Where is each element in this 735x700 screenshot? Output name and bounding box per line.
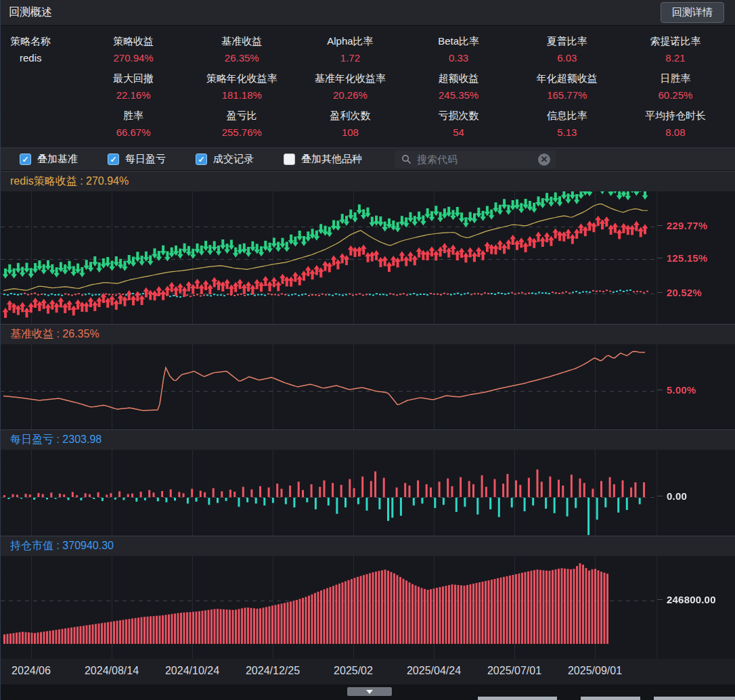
daily-pnl-section: 每日盈亏 : 2303.98 0.00: [1, 429, 735, 536]
x-axis: 2024/06 2024/08/14 2024/10/24 2024/12/25…: [1, 659, 735, 684]
stat-max-drawdown: 最大回撤 22.16%: [79, 72, 187, 110]
tick-mark: [657, 496, 663, 496]
benchmark-return-plot: 5.00%: [1, 344, 735, 429]
stat-spacer: [6, 72, 79, 110]
datazoom-bar: [1, 684, 735, 700]
stat-sortino-ratio: 索提诺比率 8.21: [621, 35, 730, 72]
stat-spacer: [6, 110, 79, 147]
x-axis-label: 2024/06: [12, 665, 51, 677]
y-axis-label: 0.00: [657, 490, 687, 502]
benchmark-return-chart-title: 基准收益 : 26.35%: [1, 324, 735, 344]
position-value-chart-title: 持仓市值 : 370940.30: [1, 536, 735, 556]
y-axis-label: 229.77%: [657, 220, 708, 231]
checkbox-icon[interactable]: [20, 154, 31, 165]
checkbox-icon[interactable]: [284, 154, 295, 165]
stats-panel: 策略名称 redis 策略收益 270.94% 基准收益 26.35% Alph…: [1, 26, 735, 147]
scrollbar-fragment[interactable]: [581, 697, 640, 700]
checkbox-icon[interactable]: [196, 154, 207, 165]
search-box[interactable]: ✕: [395, 151, 556, 168]
position-value-section: 持仓市值 : 370940.30 246800.00: [1, 536, 735, 659]
tick-mark: [657, 292, 663, 293]
stat-win-rate: 胜率 66.67%: [79, 110, 187, 147]
tick-mark: [657, 258, 663, 258]
window-header: 回测概述 回测详情: [1, 0, 735, 26]
checkbox-overlay-other-symbols[interactable]: 叠加其他品种: [284, 153, 362, 166]
checkbox-overlay-benchmark[interactable]: 叠加基准: [20, 153, 78, 166]
strategy-return-section: redis策略收益 : 270.94% 229.77% 125.15% 20.5…: [1, 171, 735, 324]
daily-pnl-chart-title: 每日盈亏 : 2303.98: [1, 429, 735, 450]
scrollbar-fragment[interactable]: [654, 697, 735, 700]
datazoom-collapse-handle[interactable]: [347, 687, 392, 696]
clear-icon[interactable]: ✕: [538, 154, 550, 166]
stat-benchmark-return: 基准收益 26.35%: [187, 35, 296, 72]
strategy-return-chart[interactable]: [1, 191, 657, 324]
stat-information-ratio: 信息比率 5.13: [513, 110, 621, 147]
chart-toolbar: 叠加基准 每日盈亏 成交记录 叠加其他品种 ✕: [1, 147, 735, 171]
benchmark-return-chart[interactable]: [1, 344, 657, 429]
tick-mark: [657, 390, 663, 390]
checkbox-trade-records[interactable]: 成交记录: [196, 153, 254, 166]
search-input[interactable]: [417, 154, 538, 165]
stat-avg-holding-period: 平均持仓时长 8.08: [621, 110, 730, 147]
y-axis-label: 20.52%: [657, 287, 702, 298]
x-axis-label: 2025/02: [334, 665, 373, 677]
strategy-return-plot: 229.77% 125.15% 20.52%: [1, 191, 735, 324]
stat-sharpe-ratio: 夏普比率 6.03: [513, 35, 621, 72]
y-axis-label: 125.15%: [657, 252, 708, 264]
position-value-y-axis: 246800.00: [656, 556, 735, 659]
daily-pnl-y-axis: 0.00: [656, 450, 735, 536]
stat-loss-count: 亏损次数 54: [405, 110, 513, 147]
tick-mark: [657, 599, 663, 600]
stat-daily-win-rate: 日胜率 60.25%: [621, 72, 730, 110]
daily-pnl-chart[interactable]: [1, 450, 657, 536]
stat-strategy-annual-return: 策略年化收益率 181.18%: [187, 72, 296, 110]
stat-beta-ratio: Beta比率 0.33: [405, 35, 513, 72]
backtest-detail-button[interactable]: 回测详情: [661, 2, 724, 23]
stat-strategy-return: 策略收益 270.94%: [79, 35, 187, 72]
search-icon: [401, 154, 411, 164]
checkbox-daily-pnl[interactable]: 每日盈亏: [108, 153, 166, 166]
y-axis-label: 5.00%: [657, 384, 696, 396]
x-axis-label: 2025/09/01: [568, 665, 622, 677]
x-axis-label: 2024/10/24: [165, 665, 219, 677]
y-axis-label: 246800.00: [657, 594, 716, 605]
strategy-return-y-axis: 229.77% 125.15% 20.52%: [656, 191, 735, 324]
benchmark-return-y-axis: 5.00%: [656, 344, 735, 429]
backtest-overview-window: 回测概述 回测详情 策略名称 redis 策略收益 270.94% 基准收益 2…: [1, 0, 735, 700]
strategy-return-chart-title: redis策略收益 : 270.94%: [1, 171, 735, 191]
stat-excess-return: 超额收益 245.35%: [405, 72, 513, 110]
stat-strategy-name: 策略名称 redis: [6, 35, 79, 72]
position-value-chart[interactable]: [1, 556, 657, 659]
tick-mark: [657, 225, 663, 226]
x-axis-label: 2025/07/01: [487, 665, 541, 677]
benchmark-return-section: 基准收益 : 26.35% 5.00%: [1, 324, 735, 429]
page-title: 回测概述: [9, 5, 52, 20]
stat-alpha-ratio: Alpha比率 1.72: [296, 35, 404, 72]
stat-profit-count: 盈利次数 108: [296, 110, 404, 147]
triangle-down-icon: [366, 690, 373, 694]
position-value-plot: 246800.00: [1, 556, 735, 659]
daily-pnl-plot: 0.00: [1, 450, 735, 536]
x-axis-label: 2024/08/14: [85, 665, 139, 677]
x-axis-label: 2025/04/24: [407, 665, 461, 677]
stat-benchmark-annual-return: 基准年化收益率 20.26%: [296, 72, 404, 110]
stat-annual-excess-return: 年化超额收益 165.77%: [513, 72, 621, 110]
stat-profit-loss-ratio: 盈亏比 255.76%: [187, 110, 296, 147]
x-axis-label: 2024/12/25: [246, 665, 300, 677]
checkbox-icon[interactable]: [108, 154, 119, 165]
scrollbar-fragment[interactable]: [478, 697, 557, 700]
